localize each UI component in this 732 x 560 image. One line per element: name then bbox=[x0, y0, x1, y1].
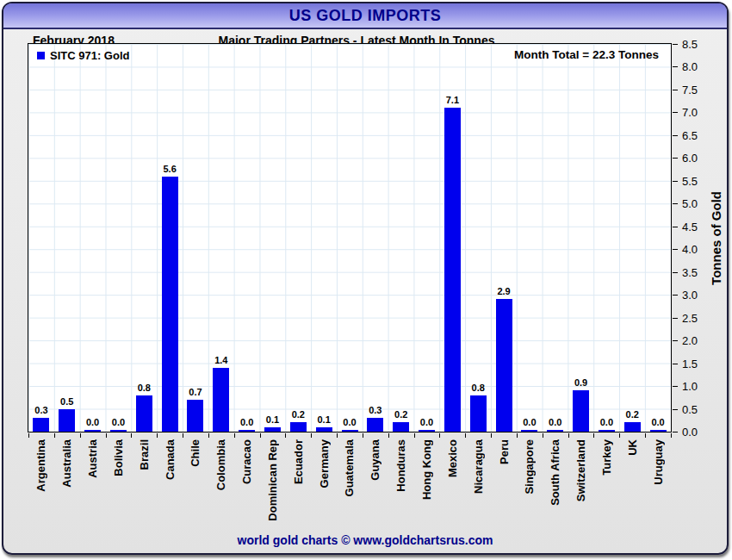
bar-value-label: 0.0 bbox=[539, 418, 572, 427]
y-tick bbox=[673, 295, 678, 296]
y-tick-label: 6.5 bbox=[682, 128, 698, 141]
bar-switzerland bbox=[573, 390, 589, 432]
bar-austria bbox=[84, 430, 101, 432]
bar-nicaragua bbox=[470, 395, 487, 432]
bar-value-label: 0.8 bbox=[127, 383, 160, 393]
y-tick bbox=[673, 272, 678, 273]
y-tick-label: 3.0 bbox=[682, 289, 698, 302]
bar-peru bbox=[496, 299, 512, 432]
y-tick bbox=[673, 112, 678, 113]
x-tick bbox=[337, 433, 338, 438]
x-tick bbox=[28, 433, 29, 438]
y-tick-label: 1.0 bbox=[682, 380, 698, 393]
bar-singapore bbox=[521, 430, 537, 432]
y-tick-label: 7.5 bbox=[682, 83, 698, 96]
y-tick-label: 2.5 bbox=[682, 311, 698, 324]
bar-value-label: 0.0 bbox=[333, 418, 366, 427]
bar-guyana bbox=[367, 418, 383, 432]
x-tick bbox=[285, 433, 286, 438]
title-bar: US GOLD IMPORTS bbox=[3, 3, 727, 29]
legend-label: SITC 971: Gold bbox=[50, 49, 129, 62]
legend: SITC 971: Gold bbox=[37, 49, 129, 62]
bar-turkey bbox=[599, 430, 615, 432]
bar-guatemala bbox=[342, 430, 358, 432]
bar-value-label: 0.5 bbox=[51, 397, 84, 407]
bar-south-africa bbox=[547, 430, 563, 432]
x-tick bbox=[157, 433, 158, 438]
x-tick bbox=[208, 433, 209, 438]
bar-bolivia bbox=[110, 430, 127, 432]
y-tick-label: 5.5 bbox=[682, 174, 698, 187]
bar-value-label: 0.3 bbox=[25, 406, 58, 415]
bar-australia bbox=[59, 409, 75, 432]
x-tick bbox=[414, 433, 415, 438]
y-tick-label: 1.5 bbox=[682, 357, 698, 370]
x-tick bbox=[465, 433, 466, 438]
bar-ecuador bbox=[290, 422, 307, 432]
y-tick bbox=[673, 409, 678, 410]
x-tick bbox=[234, 433, 235, 438]
y-tick bbox=[673, 66, 678, 67]
x-tick bbox=[491, 433, 492, 438]
footer-credit: world gold charts © www.goldchartsrus.co… bbox=[3, 533, 727, 547]
plot-area: SITC 971: Gold Month Total = 22.3 Tonnes… bbox=[28, 43, 672, 432]
y-tick-label: 7.0 bbox=[682, 106, 698, 119]
y-tick bbox=[673, 318, 678, 319]
bar-value-label: 0.9 bbox=[565, 378, 598, 388]
x-tick bbox=[593, 433, 594, 438]
y-axis-title: Tonnes of Gold bbox=[706, 43, 725, 432]
y-tick bbox=[673, 158, 678, 159]
y-tick-label: 4.5 bbox=[682, 220, 698, 233]
bar-value-label: 0.0 bbox=[642, 418, 674, 427]
x-tick bbox=[131, 433, 132, 438]
bar-canada bbox=[162, 177, 178, 432]
month-total-annotation: Month Total = 22.3 Tonnes bbox=[514, 48, 659, 61]
y-tick bbox=[673, 249, 678, 250]
x-tick bbox=[568, 433, 569, 438]
y-tick bbox=[673, 203, 678, 204]
y-tick-label: 0.0 bbox=[682, 426, 698, 439]
bar-uruguay bbox=[650, 430, 667, 432]
bar-dominican-rep bbox=[264, 427, 281, 432]
bar-value-label: 7.1 bbox=[436, 96, 468, 105]
y-tick-label: 0.5 bbox=[682, 402, 698, 415]
bar-brazil bbox=[136, 395, 152, 432]
bar-curacao bbox=[239, 430, 255, 432]
x-tick bbox=[517, 433, 518, 438]
y-tick bbox=[673, 432, 678, 432]
x-tick bbox=[260, 433, 261, 438]
x-tick bbox=[388, 433, 389, 438]
y-tick bbox=[673, 44, 678, 45]
x-tick bbox=[645, 433, 646, 438]
x-tick bbox=[439, 433, 440, 438]
bar-colombia bbox=[213, 368, 229, 432]
y-tick bbox=[673, 364, 678, 364]
page-title: US GOLD IMPORTS bbox=[289, 7, 442, 25]
y-tick-label: 2.0 bbox=[682, 334, 698, 347]
y-tick bbox=[673, 340, 678, 341]
chart-window: US GOLD IMPORTS February 2018 Major Trad… bbox=[2, 2, 729, 555]
bar-argentina bbox=[33, 418, 49, 432]
bar-value-label: 1.4 bbox=[205, 356, 238, 365]
y-tick bbox=[673, 227, 678, 227]
bar-value-label: 2.9 bbox=[487, 287, 520, 296]
x-tick bbox=[543, 433, 543, 438]
y-tick bbox=[673, 181, 678, 182]
y-tick-label: 8.0 bbox=[682, 60, 698, 73]
x-tick bbox=[671, 433, 672, 438]
x-tick bbox=[619, 433, 620, 438]
x-tick bbox=[106, 433, 107, 438]
y-tick bbox=[673, 135, 678, 136]
x-tick bbox=[54, 433, 55, 438]
bar-hong-kong bbox=[419, 430, 435, 432]
bar-uk bbox=[624, 422, 641, 432]
y-tick-label: 8.5 bbox=[682, 38, 698, 51]
x-tick bbox=[80, 433, 81, 438]
y-tick-label: 4.0 bbox=[682, 243, 698, 256]
y-tick bbox=[673, 386, 678, 387]
x-tick bbox=[183, 433, 183, 438]
y-tick-label: 3.5 bbox=[682, 265, 698, 278]
bar-chile bbox=[187, 400, 203, 432]
bar-germany bbox=[316, 427, 332, 432]
bar-value-label: 0.8 bbox=[462, 383, 494, 393]
